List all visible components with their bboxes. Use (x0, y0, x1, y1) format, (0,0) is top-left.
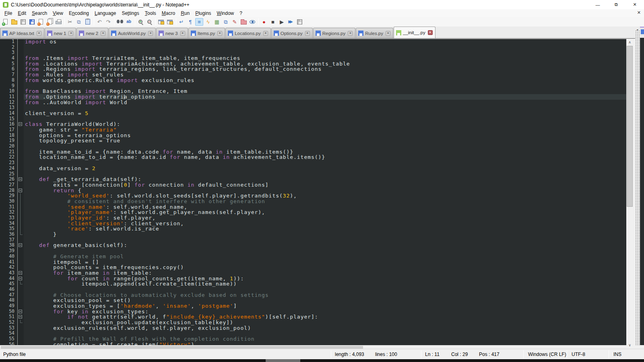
macro-save-icon[interactable] (295, 18, 303, 26)
tab-close-icon[interactable]: ✕ (217, 31, 222, 36)
code-line[interactable]: 12from ..AutoWorld import World (0, 100, 626, 105)
tab-close-icon[interactable]: ✕ (386, 31, 390, 36)
find-icon[interactable] (116, 18, 124, 26)
tab--init-py[interactable]: __init__.py✕ (394, 27, 436, 38)
tab-rules-py[interactable]: Rules.py✕ (356, 28, 393, 38)
fold-margin[interactable] (18, 188, 24, 193)
code-line[interactable]: 9 (0, 83, 626, 89)
view-splitter[interactable] (635, 30, 640, 345)
menu-item-plugins[interactable]: Plugins (192, 10, 214, 16)
code-line[interactable]: 33 'player_id': self.player, (0, 215, 626, 221)
tab-new-2[interactable]: new 2✕ (76, 28, 108, 38)
code-line[interactable]: 20 (0, 144, 626, 149)
open-folder-icon[interactable] (10, 18, 18, 26)
fold-collapse-icon[interactable] (19, 310, 22, 313)
fold-margin[interactable] (18, 121, 24, 127)
code-line[interactable]: 4from .Items import TerrariaItem, item_t… (0, 56, 626, 61)
tab-close-icon[interactable]: ✕ (263, 31, 268, 36)
code-line[interactable]: 2 (0, 45, 626, 50)
code-line[interactable]: 46 (0, 287, 626, 292)
fold-collapse-icon[interactable] (19, 189, 22, 192)
tab-close-icon[interactable]: ✕ (348, 31, 353, 36)
view-monitor-icon[interactable] (248, 18, 256, 26)
code-line[interactable]: 45 itempool.append(self.create_item(item… (0, 281, 626, 287)
status-eol[interactable]: Windows (CR LF) (528, 352, 566, 357)
code-line[interactable]: 25 (0, 171, 626, 177)
fold-collapse-icon[interactable] (19, 271, 22, 275)
macro-record-icon[interactable]: ● (260, 18, 268, 26)
status-encoding[interactable]: UTF-8 (572, 352, 585, 357)
menu-item-file[interactable]: File (2, 10, 15, 16)
fold-margin[interactable] (18, 177, 24, 182)
code-line[interactable]: 40 # Generate item pool (0, 254, 626, 259)
show-all-characters-icon[interactable]: ¶ (186, 18, 194, 26)
code-line[interactable]: 38 def generate_basic(self): (0, 243, 626, 248)
code-line[interactable]: 29 'world_seed': self.world.slot_seeds[s… (0, 193, 626, 199)
code-line[interactable]: 34 'client_version': client_version, (0, 221, 626, 226)
code-line[interactable]: 55 # Prefill the Wall of Flesh with the … (0, 336, 626, 342)
code-line[interactable]: 22 location_name_to_id = {name: data.id … (0, 154, 626, 160)
code-line[interactable]: 7from .Rules import set_rules (0, 72, 626, 78)
code-line[interactable]: 47 # Choose locations to automatically e… (0, 292, 626, 298)
tab-close-icon[interactable]: ✕ (180, 31, 185, 36)
tab-options-py[interactable]: Options.py✕ (271, 28, 313, 38)
code-line[interactable]: 36 } (0, 232, 626, 237)
code-line[interactable]: 14client_version = 5 (0, 111, 626, 116)
code-line[interactable]: 16class TerrariaWorld(World): (0, 121, 626, 127)
tab-new-1[interactable]: new 1✕ (45, 28, 76, 38)
code-line[interactable]: 18 options = terraria_options (0, 133, 626, 138)
document-map-icon[interactable]: ▦ (213, 18, 221, 26)
macro-play-icon[interactable]: ▶ (278, 18, 286, 26)
menu-item-search[interactable]: Search (29, 10, 50, 16)
code-line[interactable]: 54 (0, 331, 626, 336)
sync-vertical-scrolling-icon[interactable] (157, 18, 165, 26)
code-line[interactable]: 8from worlds.generic.Rules import exclus… (0, 78, 626, 83)
close-document-icon[interactable] (37, 18, 45, 26)
code-line[interactable]: 10from BaseClasses import Region, Entran… (0, 88, 626, 94)
close-button[interactable]: ✕ (625, 0, 644, 9)
fold-collapse-icon[interactable] (19, 122, 22, 126)
code-line[interactable]: 52 exclusion_pool.update(exclusion_table… (0, 320, 626, 325)
zoom-in-icon[interactable]: + (136, 18, 144, 26)
code-line[interactable]: 51 if not getattr(self.world, f"include_… (0, 314, 626, 320)
save-icon[interactable] (19, 18, 27, 26)
tab-close-icon[interactable]: ✕ (305, 31, 310, 36)
fold-margin[interactable] (18, 276, 24, 282)
edit-marker-icon[interactable]: ✎ (231, 18, 239, 26)
code-line[interactable]: 32 'player_name': self.world.get_player_… (0, 210, 626, 215)
code-line[interactable]: 56 completion = self.create_item("Victor… (0, 342, 626, 345)
code-line[interactable]: 5from .Locations import TerrariaAchievem… (0, 61, 626, 67)
code-line[interactable]: 48 exclusion_pool = set() (0, 298, 626, 303)
fold-margin[interactable] (18, 243, 24, 248)
secondary-view-tab[interactable] (640, 27, 644, 38)
horizontal-scroll-thumb[interactable] (1, 346, 363, 349)
paste-icon[interactable] (84, 18, 92, 26)
horizontal-scrollbar[interactable] (0, 345, 626, 349)
menu-item-window[interactable]: Window (214, 10, 237, 16)
copy-icon[interactable]: ⧉ (75, 18, 83, 26)
fold-margin[interactable] (18, 314, 24, 320)
menu-item-run[interactable]: Run (178, 10, 192, 16)
code-line[interactable]: 31 'seed_name': self.world.seed_name, (0, 204, 626, 210)
fold-collapse-icon[interactable] (19, 243, 22, 247)
new-file-icon[interactable] (1, 18, 9, 26)
tab-close-icon[interactable]: ✕ (101, 31, 105, 36)
macro-run-multiple-icon[interactable]: ▶▶ (287, 18, 295, 26)
menu-item-edit[interactable]: Edit (15, 10, 29, 16)
macro-stop-icon[interactable]: ■ (269, 18, 277, 26)
sync-horizontal-scrolling-icon[interactable] (166, 18, 174, 26)
tab-ap-ideas-txt[interactable]: AP Ideas.txt✕ (0, 28, 44, 38)
fold-collapse-icon[interactable] (19, 315, 22, 319)
tab-locations-py[interactable]: Locations.py✕ (225, 28, 271, 38)
fold-collapse-icon[interactable] (19, 177, 22, 181)
code-line[interactable]: 28 return { (0, 188, 626, 193)
code-line[interactable]: 37 (0, 237, 626, 243)
replace-icon[interactable]: ab (125, 18, 133, 26)
zoom-out-icon[interactable]: − (145, 18, 153, 26)
menu-item-settings[interactable]: Settings (119, 10, 142, 16)
menu-item-macro[interactable]: Macro (159, 10, 178, 16)
redo-icon[interactable]: ↷ (104, 18, 112, 26)
code-line[interactable]: 24 data_version = 2 (0, 166, 626, 171)
code-line[interactable]: 23 (0, 160, 626, 166)
code-line[interactable]: 17 game: str = "Terraria" (0, 127, 626, 133)
